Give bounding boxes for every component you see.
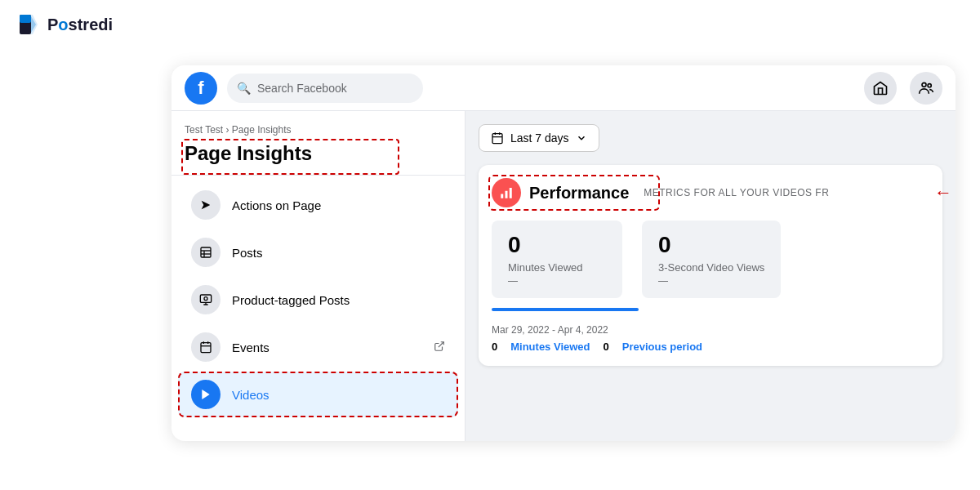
svg-rect-19: [492, 134, 502, 144]
minutes-zero: 0: [492, 341, 497, 353]
search-placeholder: Search Facebook: [257, 82, 347, 95]
videos-label: Videos: [232, 388, 445, 402]
search-bar[interactable]: 🔍 Search Facebook: [227, 74, 423, 103]
svg-rect-23: [501, 194, 503, 198]
metrics-label: METRICS FOR ALL YOUR VIDEOS FR: [644, 187, 829, 198]
search-icon: 🔍: [237, 82, 251, 95]
svg-rect-11: [200, 295, 211, 302]
logo-area: Postredi: [15, 10, 113, 39]
product-tagged-icon: [191, 285, 220, 314]
breadcrumb: Test Test › Page Insights: [172, 124, 465, 139]
home-icon: [872, 80, 889, 96]
events-icon: [191, 332, 220, 362]
events-label: Events: [232, 341, 422, 354]
minutes-viewed-label: Minutes Viewed: [508, 261, 606, 274]
minutes-viewed-value: 0: [508, 232, 606, 258]
previous-period-link[interactable]: Previous period: [622, 341, 702, 353]
performance-card: Performance METRICS FOR ALL YOUR VIDEOS …: [479, 165, 942, 366]
people-button[interactable]: [910, 72, 942, 105]
minutes-summary-row: 0 Minutes Viewed 0 Previous period: [492, 341, 929, 353]
date-period: Mar 29, 2022 - Apr 4, 2022: [492, 324, 929, 336]
posts-icon: [191, 238, 220, 267]
fb-content: Test Test › Page Insights Page Insights …: [172, 111, 956, 441]
svg-line-17: [439, 341, 443, 346]
performance-title: Performance: [529, 184, 629, 203]
fb-container: f 🔍 Search Facebook Test Test › Page Ins…: [172, 65, 956, 441]
logo-text: Postredi: [47, 16, 113, 34]
svg-marker-18: [202, 390, 209, 399]
nav-item-actions[interactable]: Actions on Page: [178, 182, 458, 228]
actions-label: Actions on Page: [232, 198, 445, 212]
posts-label: Posts: [232, 246, 445, 260]
svg-point-6: [928, 83, 931, 87]
3sec-views-change: —: [658, 275, 764, 287]
3sec-views-label: 3-Second Video Views: [658, 261, 764, 274]
videos-icon: [191, 380, 220, 409]
performance-arrow: ←: [934, 182, 952, 203]
svg-rect-7: [201, 247, 211, 257]
topbar-icons: [864, 72, 942, 105]
fb-topbar: f 🔍 Search Facebook: [172, 65, 956, 111]
dropdown-arrow-icon: [576, 132, 587, 144]
progress-bar: [492, 308, 639, 311]
performance-header: Performance METRICS FOR ALL YOUR VIDEOS …: [492, 178, 929, 207]
fb-main: Last 7 days Performance METRICS FOR ALL …: [466, 111, 956, 441]
svg-rect-24: [506, 191, 508, 198]
people-icon: [918, 80, 934, 96]
product-tagged-label: Product-tagged Posts: [232, 293, 445, 307]
calendar-icon: [491, 131, 504, 145]
svg-point-12: [204, 297, 207, 301]
3sec-views-value: 0: [658, 232, 764, 258]
events-external-icon: [434, 341, 445, 354]
svg-rect-25: [510, 188, 512, 198]
performance-chart-icon: [492, 178, 521, 207]
metric-box-3sec: 0 3-Second Video Views —: [642, 220, 781, 298]
minutes-viewed-change: —: [508, 275, 606, 287]
metric-box-minutes: 0 Minutes Viewed —: [492, 220, 622, 298]
svg-point-5: [922, 82, 926, 87]
fb-sidebar: Test Test › Page Insights Page Insights …: [172, 111, 466, 441]
nav-item-videos[interactable]: Videos ←: [178, 372, 458, 417]
previous-zero: 0: [604, 341, 609, 353]
minutes-viewed-link[interactable]: Minutes Viewed: [510, 341, 590, 353]
page-wrapper: Postredi f 🔍 Search Facebook: [0, 0, 980, 490]
date-range-label: Last 7 days: [510, 131, 569, 145]
page-insights-title: Page Insights ←: [172, 139, 465, 176]
logo-icon: [15, 10, 44, 39]
home-button[interactable]: [864, 72, 897, 105]
svg-rect-13: [201, 343, 211, 353]
nav-item-product-tagged[interactable]: Product-tagged Posts: [178, 277, 458, 323]
svg-rect-4: [20, 15, 31, 23]
nav-item-events[interactable]: Events: [178, 324, 458, 370]
date-range-button[interactable]: Last 7 days: [479, 124, 599, 152]
facebook-logo: f: [185, 72, 217, 105]
metrics-row: 0 Minutes Viewed — 0 3-Second Video View…: [492, 220, 929, 298]
actions-icon: [191, 190, 220, 220]
nav-item-posts[interactable]: Posts: [178, 229, 458, 275]
